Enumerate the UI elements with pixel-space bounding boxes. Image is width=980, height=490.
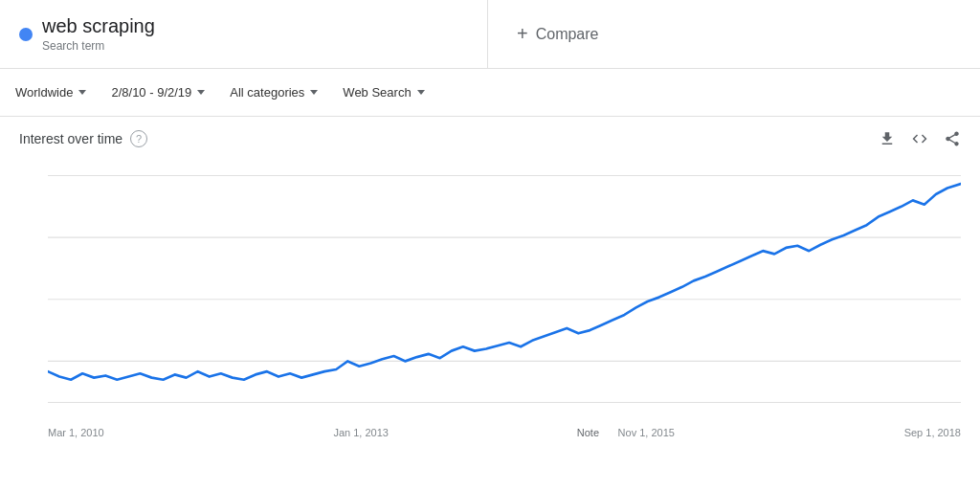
chart-container: 100 75 50 25: [0, 155, 980, 423]
x-label-3: Sep 1, 2018: [904, 427, 961, 438]
date-range-filter[interactable]: 2/8/10 - 9/2/19: [101, 79, 214, 105]
region-label: Worldwide: [15, 85, 73, 100]
region-chevron-icon: [78, 90, 86, 95]
search-term-section: web scraping Search term: [0, 0, 488, 68]
x-label-0: Mar 1, 2010: [48, 427, 104, 438]
header: web scraping Search term + Compare: [0, 0, 980, 69]
chart-section: Interest over time ? 10: [0, 117, 980, 490]
embed-icon[interactable]: [911, 130, 928, 147]
chart-title: Interest over time: [19, 131, 122, 146]
filter-bar: Worldwide 2/8/10 - 9/2/19 All categories…: [0, 69, 980, 117]
note-area: Note: [0, 425, 980, 427]
interest-chart: 100 75 50 25: [48, 155, 961, 423]
chart-header: Interest over time ?: [0, 117, 980, 155]
x-label-2: Nov 1, 2015: [618, 427, 675, 438]
date-range-label: 2/8/10 - 9/2/19: [111, 85, 191, 100]
region-filter[interactable]: Worldwide: [6, 79, 96, 105]
x-label-1: Jan 1, 2013: [333, 427, 389, 438]
categories-label: All categories: [230, 85, 304, 100]
search-term-title: web scraping: [42, 15, 155, 37]
chart-title-row: Interest over time ?: [19, 130, 147, 147]
compare-label: Compare: [536, 26, 599, 43]
download-icon[interactable]: [879, 130, 896, 147]
date-chevron-icon: [197, 90, 205, 95]
note-label: Note: [577, 427, 599, 438]
categories-filter[interactable]: All categories: [220, 79, 327, 105]
categories-chevron-icon: [310, 90, 318, 95]
compare-plus-icon: +: [517, 23, 528, 45]
search-type-filter[interactable]: Web Search: [333, 79, 434, 105]
search-term-sub: Search term: [42, 39, 155, 53]
search-type-chevron-icon: [417, 90, 425, 95]
chart-actions: [879, 130, 961, 147]
share-icon[interactable]: [944, 130, 961, 147]
compare-section: + Compare: [488, 0, 980, 68]
search-dot: [19, 28, 33, 41]
search-term-block: web scraping Search term: [42, 15, 155, 53]
compare-button[interactable]: + Compare: [517, 23, 599, 45]
search-type-label: Web Search: [343, 85, 411, 100]
help-icon[interactable]: ?: [130, 130, 147, 147]
